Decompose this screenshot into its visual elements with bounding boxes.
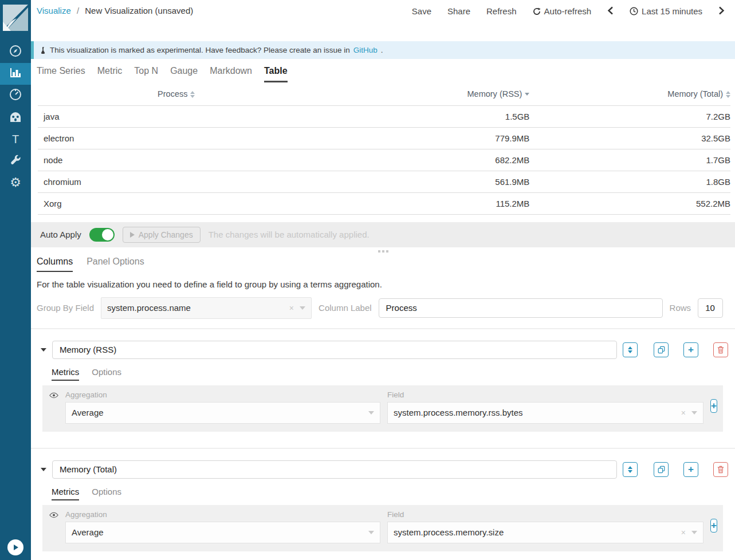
field-select[interactable]: system.process.memory.rss.bytes × bbox=[387, 402, 703, 424]
copy-icon bbox=[658, 466, 665, 474]
clear-icon[interactable]: × bbox=[289, 303, 294, 313]
series-label-input[interactable] bbox=[52, 460, 617, 479]
group-by-field-select[interactable]: system.process.name × bbox=[101, 297, 312, 319]
cell-total: 552.2MB bbox=[529, 192, 730, 214]
aggregation-panel: Aggregation Average Field system.process… bbox=[42, 505, 723, 551]
panel-resize-handle[interactable] bbox=[31, 247, 735, 254]
chevron-down-icon[interactable] bbox=[691, 531, 697, 534]
add-series-button[interactable]: + bbox=[683, 462, 698, 477]
kibana-logo[interactable] bbox=[0, 0, 31, 38]
collapse-caret-icon[interactable] bbox=[41, 468, 46, 471]
cell-total: 1.8GB bbox=[529, 171, 730, 192]
tab-table[interactable]: Table bbox=[264, 66, 288, 82]
breadcrumb: Visualize / New Visualization (unsaved) bbox=[37, 6, 193, 41]
cell-process: Xorg bbox=[38, 192, 315, 214]
reorder-series-button[interactable] bbox=[623, 462, 638, 477]
group-by-description: For the table visualization you need to … bbox=[31, 279, 735, 289]
tab-options[interactable]: Options bbox=[92, 487, 121, 500]
sidebar-item-timelion[interactable] bbox=[0, 107, 31, 128]
delete-series-button[interactable] bbox=[713, 342, 728, 357]
aggregation-label: Aggregation bbox=[65, 391, 380, 399]
clone-series-button[interactable] bbox=[654, 342, 669, 357]
tab-options[interactable]: Options bbox=[92, 367, 121, 381]
collapse-caret-icon[interactable] bbox=[41, 348, 46, 352]
tab-metrics[interactable]: Metrics bbox=[52, 367, 79, 381]
aggregation-select[interactable]: Average bbox=[65, 522, 380, 543]
refresh-cycle-icon bbox=[533, 7, 541, 15]
apply-changes-button[interactable]: Apply Changes bbox=[123, 227, 201, 243]
timepicker-forward-button[interactable] bbox=[718, 6, 725, 15]
refresh-button[interactable]: Refresh bbox=[486, 6, 517, 16]
sort-icon[interactable] bbox=[726, 91, 730, 98]
clock-icon bbox=[630, 7, 638, 15]
sort-icon[interactable] bbox=[190, 91, 195, 98]
clone-series-button[interactable] bbox=[654, 462, 669, 477]
timepicker-back-button[interactable] bbox=[607, 6, 614, 15]
tab-gauge[interactable]: Gauge bbox=[170, 66, 198, 82]
visibility-eye-icon[interactable] bbox=[49, 392, 58, 399]
tab-markdown[interactable]: Markdown bbox=[210, 66, 252, 82]
sidebar-item-letter-t[interactable]: T bbox=[0, 128, 31, 150]
column-header-memory-total[interactable]: Memory (Total) bbox=[529, 82, 730, 105]
add-series-button[interactable]: + bbox=[683, 342, 698, 357]
cell-rss: 1.5GB bbox=[315, 105, 530, 127]
cell-rss: 779.9MB bbox=[315, 127, 530, 149]
sort-desc-icon[interactable] bbox=[525, 93, 529, 96]
breadcrumb-visualize-link[interactable]: Visualize bbox=[37, 6, 71, 15]
chevron-down-icon[interactable] bbox=[368, 411, 374, 415]
sidebar-item-discover[interactable] bbox=[0, 41, 31, 63]
top-navbar: Visualize / New Visualization (unsaved) … bbox=[31, 0, 735, 41]
editor-tabs: Columns Panel Options bbox=[31, 257, 735, 272]
bar-chart-icon bbox=[9, 66, 22, 81]
cell-rss: 682.2MB bbox=[315, 149, 530, 171]
auto-refresh-button[interactable]: Auto-refresh bbox=[533, 6, 592, 16]
chevron-down-icon[interactable] bbox=[300, 306, 305, 310]
timepicker-button[interactable]: Last 15 minutes bbox=[630, 6, 702, 16]
save-button[interactable]: Save bbox=[412, 6, 431, 16]
sidebar-item-dashboard[interactable] bbox=[0, 85, 31, 107]
banner-text: This visualization is marked as experime… bbox=[50, 46, 350, 54]
auto-apply-toggle[interactable] bbox=[89, 228, 115, 242]
reorder-series-button[interactable] bbox=[623, 342, 638, 357]
tab-columns[interactable]: Columns bbox=[37, 257, 73, 272]
aggregation-select[interactable]: Average bbox=[65, 402, 380, 424]
tab-metric[interactable]: Metric bbox=[97, 66, 123, 82]
sidebar-item-visualize[interactable] bbox=[0, 63, 31, 85]
add-metric-button[interactable]: + bbox=[710, 519, 717, 533]
cell-total: 7.2GB bbox=[529, 105, 730, 127]
add-metric-button[interactable]: + bbox=[710, 399, 717, 413]
wrench-icon bbox=[9, 153, 22, 168]
chevron-down-icon[interactable] bbox=[368, 531, 374, 534]
aggregation-label: Aggregation bbox=[65, 510, 380, 519]
tab-metrics[interactable]: Metrics bbox=[52, 487, 79, 500]
clear-icon[interactable]: × bbox=[681, 408, 686, 417]
sidebar-collapse-button[interactable] bbox=[7, 539, 23, 555]
group-by-form-row: Group By Field system.process.name × Col… bbox=[31, 297, 735, 319]
table-row: java 1.5GB 7.2GB bbox=[38, 105, 730, 127]
cell-rss: 561.9MB bbox=[315, 171, 530, 192]
section-divider bbox=[31, 328, 735, 329]
rows-label: Rows bbox=[670, 303, 691, 313]
play-icon bbox=[130, 232, 135, 238]
column-header-memory-rss[interactable]: Memory (RSS) bbox=[315, 82, 530, 105]
github-link[interactable]: GitHub bbox=[353, 46, 378, 54]
clear-icon[interactable]: × bbox=[681, 528, 686, 537]
column-label-input[interactable] bbox=[379, 298, 663, 318]
cell-process: electron bbox=[38, 127, 315, 149]
tab-time-series[interactable]: Time Series bbox=[37, 66, 85, 82]
rows-input[interactable] bbox=[698, 298, 723, 318]
column-header-process[interactable]: Process bbox=[38, 82, 315, 105]
delete-series-button[interactable] bbox=[713, 462, 728, 477]
sidebar-item-dev-tools[interactable] bbox=[0, 150, 31, 172]
gauge-icon bbox=[9, 88, 22, 104]
tab-panel-options[interactable]: Panel Options bbox=[87, 257, 144, 272]
visibility-eye-icon[interactable] bbox=[49, 512, 58, 518]
trash-icon bbox=[717, 466, 724, 474]
sidebar-item-management[interactable]: ⚙ bbox=[0, 172, 31, 194]
chevron-down-icon[interactable] bbox=[691, 411, 697, 415]
share-button[interactable]: Share bbox=[447, 6, 470, 16]
series-label-input[interactable] bbox=[52, 341, 617, 359]
field-select[interactable]: system.process.memory.size × bbox=[387, 522, 703, 543]
cell-rss: 115.2MB bbox=[315, 192, 530, 214]
tab-top-n[interactable]: Top N bbox=[134, 66, 158, 82]
